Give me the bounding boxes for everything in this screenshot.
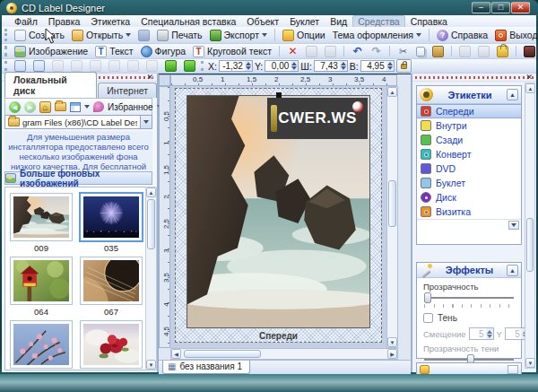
favorites-button[interactable]: Избранное: [108, 102, 153, 112]
thumbnail-blossom[interactable]: [10, 320, 73, 370]
same-width-button[interactable]: [125, 59, 142, 73]
forward-button[interactable]: ▶: [24, 101, 36, 113]
undo-button[interactable]: ↶: [349, 45, 366, 58]
list-dropdown-button[interactable]: [508, 221, 519, 230]
scan-button[interactable]: [521, 45, 538, 58]
delete-button[interactable]: ✕: [284, 45, 301, 58]
offset-x-input[interactable]: 5: [469, 327, 494, 340]
align-bottom-button[interactable]: [106, 59, 123, 73]
scroll-up-icon[interactable]: ▲: [146, 187, 156, 197]
menu-file[interactable]: Файл: [9, 16, 43, 27]
label-item-disc[interactable]: Диск: [417, 190, 521, 205]
slider-thumb[interactable]: [424, 292, 431, 303]
help-button[interactable]: ?Справка: [434, 29, 490, 42]
thumbnail-064[interactable]: 064: [10, 257, 73, 317]
scrollbar-thumb[interactable]: [526, 218, 534, 272]
x-spinner[interactable]: [245, 61, 252, 71]
same-height-button[interactable]: [143, 59, 161, 73]
menu-tools[interactable]: Средства: [352, 15, 405, 28]
height-input[interactable]: 4,95: [360, 60, 395, 72]
scroll-down-icon[interactable]: ▼: [146, 360, 156, 370]
redo-button[interactable]: ↷: [368, 45, 385, 58]
label-item-back[interactable]: Сзади: [417, 133, 521, 147]
menu-label[interactable]: Этикетка: [85, 16, 135, 27]
menu-edit[interactable]: Правка: [43, 16, 85, 27]
maximize-button[interactable]: □: [491, 2, 510, 13]
label-item-card[interactable]: Визитка: [417, 205, 521, 219]
shadow-checkbox[interactable]: [423, 313, 433, 323]
background-image-object[interactable]: CWER.WS: [187, 95, 370, 328]
toolbar-grip[interactable]: [4, 61, 7, 72]
back-button[interactable]: ◀: [9, 101, 21, 113]
minimize-button[interactable]: –: [472, 2, 490, 13]
send-back-button[interactable]: [181, 59, 198, 73]
insert-image-button[interactable]: Изображение: [12, 45, 91, 58]
tab-local-disk[interactable]: Локальный диск: [4, 72, 97, 99]
width-input[interactable]: 7,43: [314, 60, 348, 72]
scrollbar-thumb[interactable]: [184, 350, 261, 358]
save-button[interactable]: [135, 29, 152, 42]
scroll-up-icon[interactable]: ▲: [387, 87, 397, 97]
cut-button[interactable]: ✂: [395, 45, 412, 58]
menu-object[interactable]: Объект: [241, 16, 284, 27]
align-left-button[interactable]: [49, 59, 66, 73]
view-mode-button[interactable]: [70, 102, 81, 112]
label-item-booklet[interactable]: Буклет: [417, 176, 521, 190]
insert-text-button[interactable]: TТекст: [92, 45, 135, 58]
up-folder-button[interactable]: [55, 102, 66, 111]
scrollbar-thumb[interactable]: [388, 180, 396, 227]
scroll-up-icon[interactable]: ▲: [525, 83, 535, 93]
view-dropdown-arrow[interactable]: [84, 105, 90, 109]
menu-help[interactable]: Справка: [405, 16, 453, 27]
toolbar-grip[interactable]: [201, 61, 204, 72]
object-properties-button[interactable]: [322, 45, 339, 58]
x-input[interactable]: -1,32: [219, 60, 253, 72]
close-button[interactable]: ✕: [511, 2, 530, 13]
collapse-icon[interactable]: ▲: [507, 89, 518, 100]
vertical-scrollbar[interactable]: ▲ ▼: [386, 86, 398, 348]
y-input[interactable]: 0,00: [265, 60, 299, 72]
menu-special-insert[interactable]: Специальная вставка: [135, 16, 241, 27]
selection-handle[interactable]: [276, 92, 282, 98]
menu-booklet[interactable]: Буклет: [284, 16, 325, 27]
label-item-envelope[interactable]: Конверт: [417, 147, 521, 161]
toolbar-grip[interactable]: [4, 46, 7, 57]
width-spinner[interactable]: [340, 61, 347, 71]
home-button[interactable]: ⌂: [39, 101, 51, 113]
lock-button[interactable]: [494, 45, 511, 58]
document-tab[interactable]: ▦ без названия 1: [162, 361, 250, 374]
y-spinner[interactable]: [291, 61, 298, 71]
partial-panel-button[interactable]: [508, 365, 518, 374]
copy-button[interactable]: [413, 46, 428, 57]
center-vertical-button[interactable]: [30, 59, 48, 73]
scroll-down-icon[interactable]: ▼: [387, 337, 397, 347]
select-mode-button[interactable]: [456, 45, 473, 58]
opacity-slider[interactable]: [424, 292, 514, 303]
scroll-down-icon[interactable]: ▼: [525, 358, 535, 368]
sidebar-scrollbar[interactable]: ▲ ▼: [525, 83, 535, 369]
insert-shape-button[interactable]: Фигура: [138, 45, 189, 58]
path-combobox[interactable]: gram Files (x86)\CD Label Designer\Backg…: [4, 115, 152, 129]
center-horizontal-button[interactable]: [12, 59, 29, 73]
toolbar-grip[interactable]: [4, 29, 7, 41]
group-button[interactable]: [475, 45, 492, 58]
options-button[interactable]: Опции: [280, 29, 328, 42]
collapse-icon[interactable]: ▲: [507, 265, 518, 276]
align-right-button[interactable]: [68, 59, 85, 73]
align-top-button[interactable]: [87, 59, 104, 73]
scroll-right-icon[interactable]: ▶: [387, 349, 397, 359]
thumbnail-roses[interactable]: [80, 320, 143, 370]
panel-drag-handle[interactable]: ✕: [412, 74, 536, 82]
export-button[interactable]: Экспорт: [207, 29, 270, 42]
paste-button[interactable]: [430, 45, 447, 58]
canvas-viewport[interactable]: CWER.WS Спереди: [170, 86, 386, 348]
label-item-dvd[interactable]: DVD: [417, 161, 521, 176]
new-button[interactable]: Создать: [12, 29, 67, 42]
open-button[interactable]: Открыть: [69, 29, 134, 42]
thumbnail-009[interactable]: 009: [10, 193, 73, 253]
print-button[interactable]: Печать: [154, 29, 204, 42]
panel-close-icon[interactable]: ✕: [144, 73, 155, 82]
height-spinner[interactable]: [386, 61, 394, 71]
scroll-left-icon[interactable]: ◀: [171, 349, 181, 359]
label-page[interactable]: CWER.WS Спереди: [175, 88, 382, 343]
